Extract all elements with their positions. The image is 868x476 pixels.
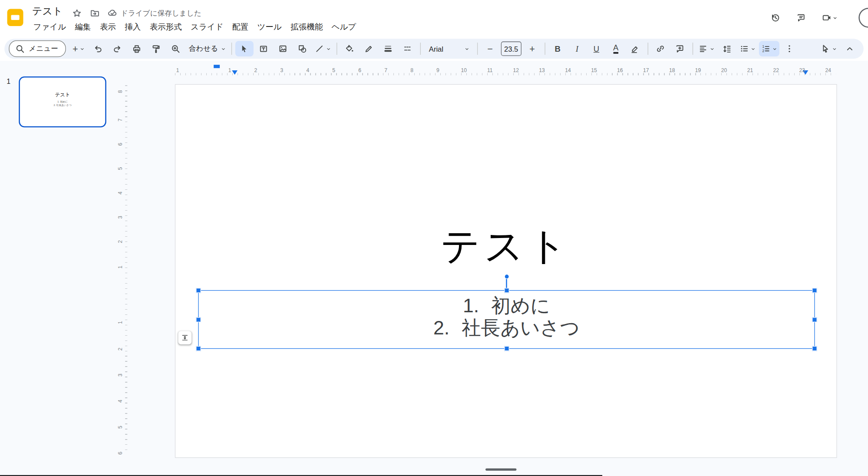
menu-extensions[interactable]: 拡張機能 <box>286 20 327 34</box>
menu-tools[interactable]: ツール <box>253 20 286 34</box>
bold-button[interactable]: B <box>548 41 567 56</box>
insert-shape-button[interactable] <box>293 41 311 56</box>
bulleted-list-button[interactable] <box>737 41 758 56</box>
redo-button[interactable] <box>109 41 127 56</box>
h-ruler-number: 1 <box>176 67 179 73</box>
menu-arrange[interactable]: 配置 <box>228 20 253 34</box>
selected-text-box[interactable]: 1.初めに 2.社長あいさつ <box>198 290 815 349</box>
h-ruler-number: 23 <box>799 67 805 73</box>
selection-handle-s[interactable] <box>504 346 509 351</box>
top-right-actions <box>766 8 842 27</box>
profile-avatar[interactable] <box>858 8 868 28</box>
indent-marker-left[interactable] <box>232 70 238 75</box>
h-ruler-number: 18 <box>669 67 675 73</box>
dropdown-chevron-icon <box>772 46 778 52</box>
numbered-list-button[interactable]: 12 <box>759 41 779 56</box>
insert-line-button[interactable] <box>313 41 333 56</box>
menu-help[interactable]: ヘルプ <box>327 20 360 34</box>
toolbar-divider <box>420 43 420 55</box>
align-dropdown[interactable] <box>696 41 717 56</box>
search-icon <box>15 44 25 54</box>
open-comments-button[interactable] <box>792 8 810 27</box>
menu-slide[interactable]: スライド <box>186 20 228 34</box>
zoom-fit-dropdown[interactable]: 合わせる <box>186 41 228 56</box>
menu-edit[interactable]: 編集 <box>70 20 95 34</box>
bottom-drag-handle[interactable] <box>485 469 516 470</box>
h-ruler-number: 17 <box>643 67 649 73</box>
cursor-icon <box>239 44 249 54</box>
underline-button[interactable]: U <box>587 41 605 56</box>
fill-color-button[interactable] <box>340 41 359 56</box>
cloud-check-icon <box>107 7 117 17</box>
font-size-input[interactable]: 23.5 <box>501 42 521 56</box>
insert-button[interactable]: + <box>70 41 88 56</box>
menu-view[interactable]: 表示 <box>96 20 120 34</box>
insert-link-button[interactable] <box>651 41 670 56</box>
autofit-indicator-button[interactable] <box>178 331 192 344</box>
text-color-button[interactable]: A <box>607 41 625 56</box>
star-button[interactable] <box>70 6 84 20</box>
h-ruler-number: 10 <box>461 67 467 73</box>
slide-canvas[interactable] <box>175 84 837 458</box>
pointer-mode-dropdown[interactable] <box>819 41 839 56</box>
paint-format-button[interactable] <box>147 41 165 56</box>
selection-handle-n[interactable] <box>504 288 509 293</box>
selection-handle-e[interactable] <box>812 317 817 322</box>
insert-comment-button[interactable] <box>671 41 689 56</box>
slide-thumbnail[interactable]: テスト 1. 初めに 2. 社長あいさつ <box>19 76 106 127</box>
border-dash-button[interactable] <box>399 41 417 56</box>
h-ruler-number: 15 <box>591 67 597 73</box>
menu-bar: ファイル編集表示挿入表示形式スライド配置ツール拡張機能ヘルプ <box>29 20 360 34</box>
move-folder-button[interactable] <box>87 6 102 20</box>
v-ruler-number: 4 <box>117 400 123 403</box>
cloud-check-icon <box>107 7 117 19</box>
zoom-in-button[interactable] <box>167 41 185 56</box>
text-box-button[interactable] <box>254 41 273 56</box>
numbers-icon: 12 <box>760 44 770 54</box>
select-tool-button[interactable] <box>235 41 254 56</box>
paint-icon <box>152 44 162 54</box>
line-spacing-button[interactable] <box>718 41 736 56</box>
insert-image-button[interactable] <box>274 41 292 56</box>
selection-handle-ne[interactable] <box>812 288 817 293</box>
selection-handle-nw[interactable] <box>196 288 201 293</box>
slide-number: 1 <box>7 77 10 85</box>
rotate-handle[interactable] <box>504 274 509 279</box>
selection-handle-sw[interactable] <box>196 346 201 351</box>
print-button[interactable] <box>128 41 146 56</box>
more-options-button[interactable] <box>780 41 799 56</box>
toolbar-divider <box>693 43 693 55</box>
body-list-text: 1.初めに 2.社長あいさつ <box>199 294 815 339</box>
redo-icon <box>112 44 122 54</box>
border-color-button[interactable] <box>360 41 378 56</box>
comments-icon <box>796 13 806 23</box>
decrease-font-size-button[interactable]: − <box>481 41 499 56</box>
slide-title-text[interactable]: テスト <box>175 225 837 268</box>
font-family-dropdown[interactable]: Arial <box>424 41 474 56</box>
filmstrip: 1 テスト 1. 初めに 2. 社長あいさつ <box>0 72 115 476</box>
slides-logo-icon[interactable] <box>7 9 23 26</box>
selection-handle-se[interactable] <box>812 346 817 351</box>
selection-handle-w[interactable] <box>196 317 201 322</box>
search-menus-button[interactable]: メニュー <box>9 40 66 57</box>
slideshow-button[interactable] <box>817 8 843 27</box>
highlight-color-button[interactable] <box>626 41 644 56</box>
increase-font-size-button[interactable]: + <box>523 41 541 56</box>
v-ruler-number: 1 <box>117 266 123 269</box>
indent-marker-first-line[interactable] <box>214 65 220 68</box>
v-ruler-number: 2 <box>117 347 123 350</box>
collapse-toolbar-button[interactable] <box>840 41 858 56</box>
v-ruler-number: 1 <box>117 321 123 324</box>
undo-button[interactable] <box>89 41 107 56</box>
bullets-icon <box>739 44 749 54</box>
pointer-icon <box>820 44 830 54</box>
menu-file[interactable]: ファイル <box>29 20 70 34</box>
thumbnail-title: テスト <box>20 91 105 99</box>
document-title[interactable]: テスト <box>32 4 63 18</box>
italic-button[interactable]: I <box>568 41 586 56</box>
border-weight-button[interactable] <box>379 41 397 56</box>
menu-insert[interactable]: 挿入 <box>120 20 145 34</box>
version-history-button[interactable] <box>766 8 785 27</box>
save-status[interactable]: ドライブに保存しました <box>107 6 201 20</box>
menu-format[interactable]: 表示形式 <box>145 20 186 34</box>
